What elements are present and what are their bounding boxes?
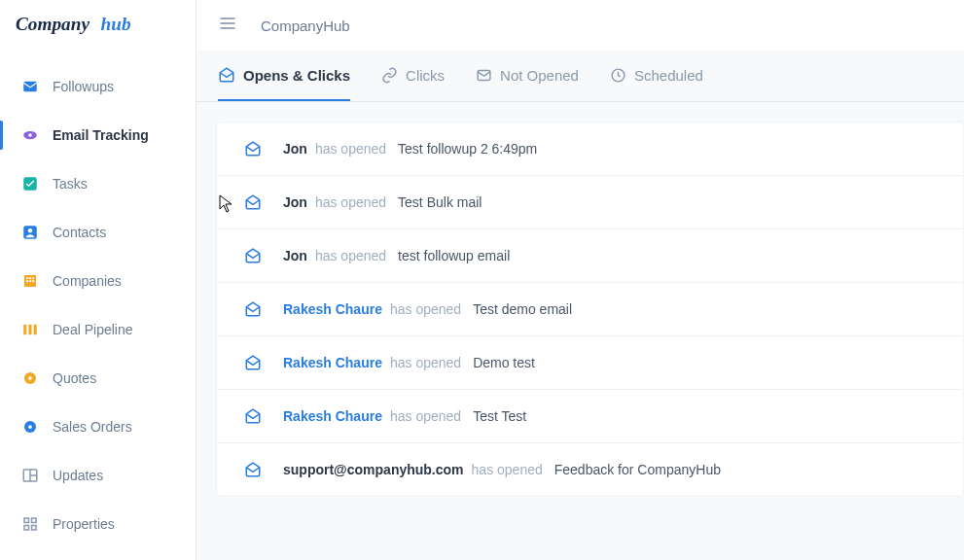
eye-icon [21,126,39,144]
sidebar-item-properties[interactable]: Properties [0,500,196,548]
svg-rect-15 [23,325,26,335]
check-icon [21,175,39,192]
mail-open-icon [244,247,262,264]
tab-scheduled[interactable]: Scheduled [610,52,703,101]
event-who[interactable]: Rakesh Chaure [283,355,382,370]
svg-rect-13 [29,280,31,282]
svg-rect-28 [32,526,37,531]
event-action: has opened [390,301,461,317]
building-icon [21,272,39,290]
event-action: has opened [390,355,461,370]
sidebar-item-label: Quotes [53,370,96,386]
link-icon [381,67,398,84]
event-row[interactable]: support@companyhub.com has opened Feedba… [217,443,963,496]
clock-icon [610,67,626,84]
mail-icon [21,78,39,95]
sidebar-item-email-tracking[interactable]: Email Tracking [0,111,196,159]
mail-open-icon [244,140,262,158]
sidebar-item-updates[interactable]: Updates [0,451,196,500]
sidebar-item-followups[interactable]: Followups [0,62,196,111]
event-who: support@companyhub.com [283,462,464,477]
sidebar-item-label: Sales Orders [53,419,132,435]
mail-open-icon [244,407,262,425]
svg-rect-14 [32,280,34,282]
tab-not-opened[interactable]: Not Opened [476,52,579,101]
event-subject: Test Test [473,408,526,424]
event-subject: Test followup 2 6:49pm [398,141,537,157]
svg-point-21 [28,425,32,429]
event-who: Jon [283,141,307,157]
mail-open-icon [244,300,262,318]
mail-open-icon [244,461,262,478]
sidebar-item-sales-orders[interactable]: Sales Orders [0,402,196,451]
event-subject: test followup email [398,248,510,263]
sidebar-item-label: Updates [53,468,103,483]
tab-label: Opens & Clicks [243,67,350,84]
content: Jon has opened Test followup 2 6:49pm Jo… [196,102,964,497]
mail-icon [476,67,492,84]
columns-icon [21,321,39,338]
sidebar-item-label: Email Tracking [53,127,149,143]
svg-text:hub: hub [101,14,131,34]
topbar: CompanyHub [196,0,964,51]
event-who[interactable]: Rakesh Chaure [283,408,382,424]
person-icon [21,224,39,241]
sidebar-item-label: Contacts [53,225,106,240]
event-list: Jon has opened Test followup 2 6:49pm Jo… [216,122,964,497]
event-row[interactable]: Jon has opened test followup email [217,229,963,283]
event-action: has opened [390,408,461,424]
sidebar-item-label: Followups [53,79,114,94]
tab-clicks[interactable]: Clicks [381,52,445,101]
sidebar-item-tasks[interactable]: Tasks [0,159,196,208]
event-action: has opened [315,248,386,263]
event-row[interactable]: Jon has opened Test followup 2 6:49pm [217,122,963,176]
sidebar-item-label: Deal Pipeline [53,322,133,337]
svg-text:Company: Company [16,14,89,34]
tab-label: Clicks [406,67,445,84]
mail-open-icon [244,354,262,371]
sidebar-item-quotes[interactable]: Quotes [0,354,196,402]
event-subject: Feedback for CompanyHub [554,462,721,477]
sidebar-item-contacts[interactable]: Contacts [0,208,196,257]
event-who[interactable]: Rakesh Chaure [283,301,382,317]
hamburger-icon[interactable] [218,14,237,37]
svg-rect-27 [24,526,29,531]
sidebar-item-label: Properties [53,516,115,532]
event-who: Jon [283,194,307,210]
svg-rect-17 [34,325,37,335]
svg-rect-12 [26,280,28,282]
sidebar: Company hub Followups Email Tracking [0,0,196,560]
tab-label: Scheduled [634,67,703,84]
sidebar-item-label: Companies [53,273,122,289]
tabs: Opens & Clicks Clicks Not Opened Schedul… [196,51,964,102]
svg-rect-2 [23,82,37,92]
gear-icon [21,369,39,387]
event-action: has opened [315,141,386,157]
svg-point-7 [28,228,33,233]
grid-icon [21,515,39,533]
layout-icon [21,467,39,484]
svg-point-19 [28,376,32,380]
brand-logo: Company hub [0,0,196,51]
sidebar-item-label: Tasks [53,176,88,192]
event-row[interactable]: Jon has opened Test Bulk mail [217,176,963,229]
event-subject: Test Bulk mail [398,194,482,210]
mail-open-icon [218,66,235,84]
event-row[interactable]: Rakesh Chaure has opened Test Test [217,390,963,443]
event-action: has opened [315,194,386,210]
event-who: Jon [283,248,307,263]
event-row[interactable]: Rakesh Chaure has opened Test demo email [217,283,963,336]
event-row[interactable]: Rakesh Chaure has opened Demo test [217,336,963,390]
svg-rect-25 [24,518,29,523]
sidebar-item-deal-pipeline[interactable]: Deal Pipeline [0,305,196,354]
svg-rect-11 [32,277,34,279]
svg-rect-16 [29,325,32,335]
svg-rect-26 [32,518,37,523]
main: CompanyHub Opens & Clicks Clicks Not Ope… [196,0,964,560]
mail-open-icon [244,193,262,211]
page-title: CompanyHub [261,18,350,34]
event-subject: Test demo email [473,301,572,317]
event-action: has opened [472,462,543,477]
tab-opens-clicks[interactable]: Opens & Clicks [218,51,350,101]
sidebar-item-companies[interactable]: Companies [0,257,196,305]
